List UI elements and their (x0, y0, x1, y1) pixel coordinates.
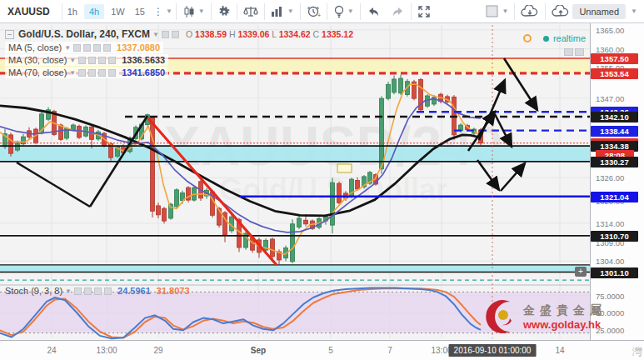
trading-chart-app: { "toolbar": { "symbol": "XAUUSD", "inte… (0, 0, 644, 360)
fullscreen-icon-button[interactable] (412, 0, 437, 23)
price-label-badge: 1342.10 (591, 112, 638, 122)
price-axis[interactable]: 1365.001360.001355.001347.001326.001320.… (590, 23, 644, 340)
stoch-hide-icon[interactable] (74, 288, 82, 295)
chart-name-chip[interactable]: Unnamed (572, 4, 626, 19)
stoch-add-icon[interactable] (94, 288, 102, 295)
time-tick: 14 (555, 346, 564, 355)
realtime-status: realtime (523, 33, 586, 43)
ma-legend-row[interactable]: MA (5, close)▼1337.0880 (5, 42, 163, 53)
series-menu-caret-icon[interactable]: ▼ (152, 31, 159, 38)
time-tick: 24 (47, 346, 56, 355)
ma-legend-row[interactable]: MA (30, close)▼1336.5633 (5, 54, 168, 66)
chart-name-menu-button[interactable]: ▼ (626, 0, 644, 23)
ohlc-values: O 1338.59 H 1339.06 L 1334.62 C 1335.12 (186, 29, 353, 39)
scale-button-a[interactable] (564, 48, 573, 56)
price-label-badge: 1321.04 (591, 192, 638, 202)
stoch-d-value: 31.8073 (157, 286, 190, 296)
price-label-badge: 1330.27 (591, 157, 638, 168)
time-tick: Sep (251, 346, 266, 355)
crosshair-time-badge: 2016-09-10 01:00:00 (449, 344, 537, 357)
price-tick: 1314.00 (596, 219, 642, 228)
interval-button-4h[interactable]: 4h (84, 4, 104, 19)
ma-legend-row[interactable]: MA (70, close)▼1341.6850 (5, 67, 168, 78)
price-label-badge: 1301.10 (591, 268, 638, 278)
interval-button-1h[interactable]: 1h (62, 0, 82, 23)
stoch-close-icon[interactable] (104, 288, 112, 295)
price-label-badge: 1310.70 (591, 231, 638, 242)
price-label-badge: 1353.54 (591, 68, 638, 79)
note-annotation (337, 164, 352, 172)
time-tick: 5 (328, 346, 333, 355)
series-title: Gold/U.S. Dollar, 240, FXCM (18, 28, 150, 40)
interval-button-group: 1h4h1W15 (62, 0, 150, 23)
golday-crescent-icon (485, 298, 518, 335)
svg-text:+: + (317, 12, 321, 18)
price-tick: 1347.00 (596, 94, 642, 103)
cloud-save-icon-button[interactable] (546, 0, 572, 23)
stoch-legend[interactable]: Stoch (9, 3, 8) ▼ 24.5961 31.8073 (5, 286, 190, 296)
series-settings-icon[interactable] (172, 31, 179, 38)
time-tick: 29 (153, 346, 162, 355)
indicators-icon-button[interactable]: ▼ (265, 0, 300, 23)
top-toolbar: XAUUSD 1h4h1W15 ⋮▼ ▼ ▼ + ▼ (0, 0, 644, 23)
scale-button-b[interactable] (575, 48, 584, 56)
price-tick: 1304.00 (596, 257, 642, 266)
gear-icon-button[interactable] (212, 0, 237, 23)
price-tick: 1365.00 (596, 26, 642, 35)
main-series-legend[interactable]: – Gold/U.S. Dollar, 240, FXCM ▼ O 1338.5… (5, 28, 353, 40)
stoch-label: Stoch (9, 3, 8) (5, 286, 62, 296)
price-label-badge: 1338.44 (591, 126, 638, 137)
price-tick: 1360.00 (596, 45, 642, 54)
price-label-badge: 1357.50 (591, 53, 638, 64)
compare-scales-icon-button[interactable] (237, 0, 264, 23)
time-tick: 13:00 (96, 346, 117, 355)
series-hide-icon[interactable] (162, 31, 169, 38)
price-scale-quick-buttons (562, 48, 584, 56)
stoch-settings-icon[interactable] (84, 288, 92, 295)
golday-logo: 金盛貴金屬 www.golday.hk (485, 298, 607, 335)
stoch-k-value: 24.5961 (117, 286, 151, 296)
candlestick-style-button[interactable]: ▼ (177, 0, 211, 23)
collapse-pane-icon[interactable]: – (5, 30, 14, 39)
symbol-search-button[interactable]: XAUUSD (0, 0, 62, 23)
logo-url-text: www.golday.hk (523, 318, 607, 331)
idea-bulb-icon-button[interactable]: ▼ (327, 0, 360, 23)
cloud-load-icon-button[interactable] (515, 0, 545, 23)
logo-chinese-text: 金盛貴金屬 (523, 303, 607, 318)
price-zone (0, 146, 590, 162)
delayed-data-ring-icon[interactable] (523, 34, 532, 42)
interval-button-1W[interactable]: 1W (106, 0, 130, 23)
undo-icon-button[interactable] (361, 0, 386, 23)
interval-button-15[interactable]: 15 (130, 0, 150, 23)
redo-icon-button[interactable] (386, 0, 411, 23)
add-order-plus-button[interactable]: + (575, 267, 587, 277)
interval-more-button[interactable]: ⋮▼ (150, 0, 176, 23)
corner-glyph-text: 灣 (632, 345, 642, 359)
price-tick: 1326.00 (596, 173, 642, 182)
time-axis[interactable]: 2413:0029Sep5713:00142016-09-10 01:00:00 (0, 340, 644, 360)
add-alert-icon-button[interactable]: + (301, 0, 327, 23)
stoch-menu-caret-icon[interactable]: ▼ (65, 288, 72, 295)
realtime-dot-icon (543, 36, 549, 42)
time-tick: 7 (387, 346, 392, 355)
theme-swatch-button[interactable]: ▼ (480, 0, 514, 23)
price-zone (0, 265, 590, 272)
realtime-label: realtime (553, 33, 586, 43)
